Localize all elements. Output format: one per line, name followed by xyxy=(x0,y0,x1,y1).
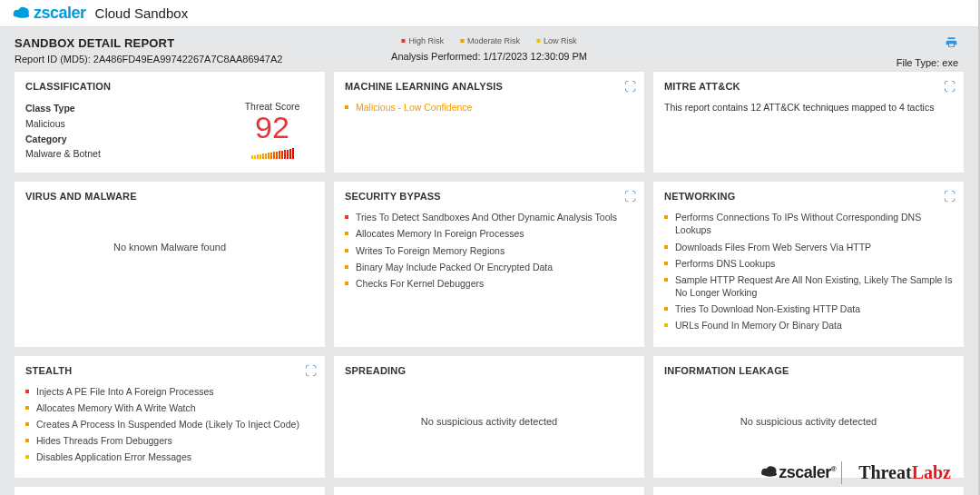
card-virus: VIRUS AND MALWARE No known Malware found xyxy=(15,182,325,346)
card-title: CLASSIFICATION xyxy=(25,81,314,92)
card-security-bypass: SECURITY BYPASS Tries To Detect Sandboxe… xyxy=(334,182,644,346)
analysis-performed: Analysis Performed: 1/17/2023 12:30:09 P… xyxy=(391,51,587,62)
threat-score: Threat Score 92 xyxy=(236,101,314,162)
card-persistence: PERSISTENCE Drops PE Files In Applicatio… xyxy=(334,487,644,495)
zscaler-logo: zscaler xyxy=(13,4,86,23)
card-stealth: STEALTH Injects A PE File Into A Foreign… xyxy=(15,356,325,479)
expand-icon[interactable] xyxy=(944,190,955,201)
expand-icon[interactable] xyxy=(624,80,635,91)
print-icon[interactable] xyxy=(897,36,958,52)
card-exploiting: EXPLOITING Known MD5 May Try To Detect T… xyxy=(15,487,325,495)
file-type: File Type: exe xyxy=(897,57,958,68)
cards-grid: CLASSIFICATION Class Type Malicious Cate… xyxy=(0,72,978,495)
card-information-leakage: INFORMATION LEAKAGE No suspicious activi… xyxy=(653,356,964,479)
card-mitre: MITRE ATT&CK This report contains 12 ATT… xyxy=(653,72,964,173)
expand-icon[interactable] xyxy=(624,190,635,201)
expand-icon[interactable] xyxy=(305,364,316,375)
card-spreading: SPREADING No suspicious activity detecte… xyxy=(334,356,644,479)
risk-legend: High Risk Moderate Risk Low Risk xyxy=(401,36,576,45)
zscaler-footer-logo: zscaler® xyxy=(755,461,842,484)
footer-logos: zscaler® ThreatLabz xyxy=(755,461,951,484)
card-classification: CLASSIFICATION Class Type Malicious Cate… xyxy=(15,72,325,173)
topbar: zscaler Cloud Sandbox xyxy=(0,0,978,27)
threat-gauge-icon xyxy=(236,148,309,159)
expand-icon[interactable] xyxy=(944,80,955,91)
cloud-swirl-icon xyxy=(13,5,31,22)
card-ml-analysis: MACHINE LEARNING ANALYSIS Malicious - Lo… xyxy=(334,72,644,173)
product-name: Cloud Sandbox xyxy=(95,5,189,21)
card-networking: NETWORKING Performs Connections To IPs W… xyxy=(653,182,964,346)
threatlabz-logo: ThreatLabz xyxy=(858,462,951,483)
card-system-summary: SYSTEM SUMMARY Contains Thread One Or Mo… xyxy=(653,487,964,495)
report-header: SANDBOX DETAIL REPORT Report ID (MD5): 2… xyxy=(0,27,978,72)
